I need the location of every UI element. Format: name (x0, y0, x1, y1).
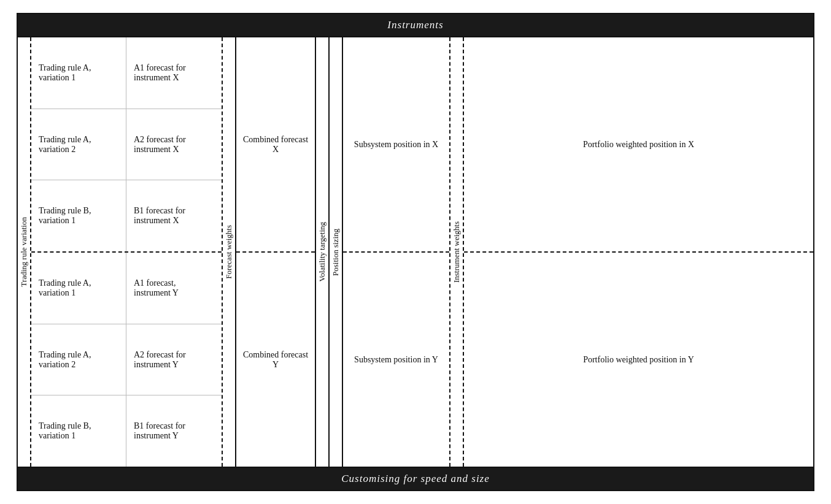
instrument-weights-label: Instrument weights (452, 221, 462, 283)
forecast-x1: A1 forecast for instrument X (126, 37, 222, 109)
trading-rule-y3: Trading rule B, variation 1 (31, 395, 126, 467)
volatility-targeting-col: Volatility targeting (316, 37, 330, 467)
position-sizing-label: Position sizing (331, 229, 341, 276)
row-y1: Trading rule A, variation 1 A1 forecast,… (31, 253, 222, 324)
forecast-x3: B1 forecast for instrument X (126, 180, 222, 251)
trading-rule-variation-label: Trading rule variation (19, 217, 29, 287)
forecast-y2: A2 forecast for instrument Y (126, 324, 222, 395)
forecast-y1: A1 forecast, instrument Y (126, 253, 222, 324)
forecast-y3: B1 forecast for instrument Y (126, 395, 222, 467)
combined-forecast-block: Combined forecast X Combined forecast Y (236, 37, 316, 467)
portfolio-position-x: Portfolio weighted position in X (464, 37, 813, 253)
portfolio-position-block: Portfolio weighted position in X Portfol… (464, 37, 813, 467)
left-side-label: Trading rule variation (18, 37, 31, 467)
trading-rule-y1: Trading rule A, variation 1 (31, 253, 126, 324)
trading-rule-x1: Trading rule A, variation 1 (31, 37, 126, 109)
forecast-weights-label: Forecast weights (224, 225, 234, 279)
row-x2: Trading rule A, variation 2 A2 forecast … (31, 109, 222, 181)
pairs-block: Trading rule A, variation 1 A1 forecast … (31, 37, 223, 467)
subsystem-position-x: Subsystem position in X (343, 37, 449, 253)
group-y-rows: Trading rule A, variation 1 A1 forecast,… (31, 253, 222, 467)
position-sizing-col: Position sizing (330, 37, 343, 467)
diagram-wrapper: Instruments Trading rule variation Tradi… (17, 13, 814, 491)
top-header: Instruments (18, 14, 813, 37)
trading-rule-x2: Trading rule A, variation 2 (31, 109, 126, 180)
bottom-footer: Customising for speed and size (18, 467, 813, 490)
volatility-targeting-label: Volatility targeting (317, 222, 327, 281)
subsystem-position-y: Subsystem position in Y (343, 253, 449, 467)
portfolio-position-y: Portfolio weighted position in Y (464, 253, 813, 467)
forecast-weights-col: Forecast weights (223, 37, 236, 467)
combined-forecast-x: Combined forecast X (236, 37, 315, 253)
row-x1: Trading rule A, variation 1 A1 forecast … (31, 37, 222, 109)
forecast-x2: A2 forecast for instrument X (126, 109, 222, 180)
row-y2: Trading rule A, variation 2 A2 forecast … (31, 324, 222, 396)
group-x-rows: Trading rule A, variation 1 A1 forecast … (31, 37, 222, 253)
header-title: Instruments (387, 19, 443, 31)
row-x3: Trading rule B, variation 1 B1 forecast … (31, 180, 222, 251)
combined-forecast-y: Combined forecast Y (236, 253, 315, 467)
subsystem-position-block: Subsystem position in X Subsystem positi… (343, 37, 450, 467)
trading-rule-y2: Trading rule A, variation 2 (31, 324, 126, 395)
instrument-weights-col: Instrument weights (450, 37, 464, 467)
body-row: Trading rule variation Trading rule A, v… (18, 37, 813, 467)
row-y3: Trading rule B, variation 1 B1 forecast … (31, 395, 222, 467)
trading-rule-x3: Trading rule B, variation 1 (31, 180, 126, 251)
footer-title: Customising for speed and size (341, 473, 490, 484)
